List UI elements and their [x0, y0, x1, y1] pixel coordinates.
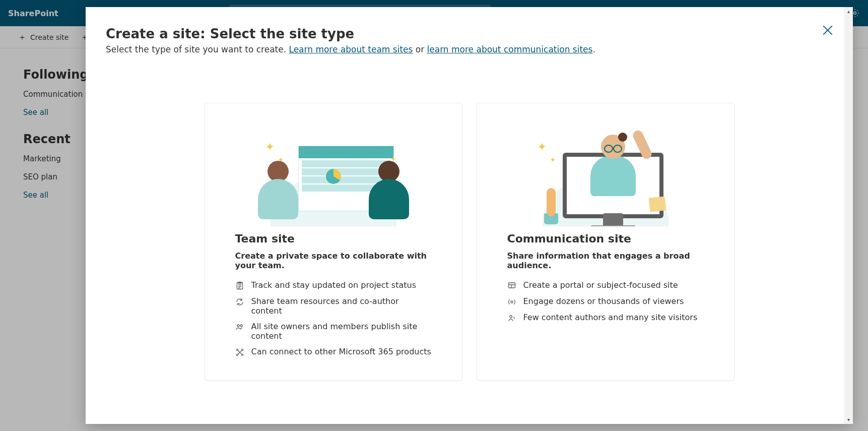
svg-point-14: [509, 316, 512, 318]
dialog-scrollbar[interactable]: ▴ ▾: [844, 7, 853, 424]
learn-communication-sites-link[interactable]: learn more about communication sites: [427, 44, 593, 54]
team-card-title: Team site: [235, 232, 432, 245]
learn-team-sites-link[interactable]: Learn more about team sites: [289, 44, 413, 54]
sync-icon: [235, 297, 244, 306]
bullet-text: Few content authors and many site visito…: [523, 313, 698, 322]
team-site-card[interactable]: ✦✦✦ Team site Create a private space to …: [205, 103, 462, 381]
communication-site-illustration: ✦✦: [477, 103, 734, 226]
author-icon: [507, 314, 516, 323]
svg-point-13: [511, 301, 513, 303]
scroll-up-icon[interactable]: ▴: [844, 7, 853, 16]
dialog-subtitle-text: or: [413, 44, 427, 54]
svg-point-10: [236, 354, 238, 355]
communication-site-card[interactable]: ✦✦ Communication site Share information …: [477, 103, 735, 381]
team-site-illustration: ✦✦✦: [205, 103, 462, 226]
svg-point-8: [236, 349, 238, 350]
svg-point-11: [241, 354, 243, 355]
svg-point-6: [237, 325, 239, 327]
team-card-tagline: Create a private space to collaborate wi…: [235, 251, 432, 270]
dialog-title: Create a site: Select the site type: [106, 26, 833, 41]
comm-card-bullet: Create a portal or subject-focused site: [507, 280, 704, 290]
comm-card-bullet: Engage dozens or thousands of viewers: [507, 296, 704, 306]
svg-point-9: [241, 349, 243, 350]
layout-icon: [507, 281, 516, 290]
connect-icon: [235, 348, 244, 357]
team-card-bullet: Track and stay updated on project status: [235, 280, 432, 290]
dialog-subtitle-text: Select the type of site you want to crea…: [106, 44, 289, 54]
team-card-bullet: Can connect to other Microsoft 365 produ…: [235, 347, 432, 357]
bullet-text: All site owners and members publish site…: [251, 322, 432, 341]
bullet-text: Engage dozens or thousands of viewers: [523, 296, 684, 306]
broadcast-icon: [507, 297, 516, 306]
svg-point-7: [240, 325, 242, 327]
svg-rect-12: [508, 283, 515, 288]
dialog-subtitle-text: .: [592, 44, 595, 54]
close-dialog-button[interactable]: [821, 23, 835, 37]
people-icon: [235, 323, 244, 332]
team-card-bullet: Share team resources and co-author conte…: [235, 296, 432, 316]
bullet-text: Track and stay updated on project status: [251, 280, 417, 290]
dialog-subtitle: Select the type of site you want to crea…: [106, 44, 833, 54]
team-card-bullet: All site owners and members publish site…: [235, 322, 432, 341]
comm-card-tagline: Share information that engages a broad a…: [507, 251, 704, 270]
bullet-text: Share team resources and co-author conte…: [251, 296, 432, 316]
scroll-down-icon[interactable]: ▾: [844, 415, 853, 424]
comm-card-bullet: Few content authors and many site visito…: [507, 313, 704, 323]
clipboard-icon: [235, 281, 244, 290]
comm-card-title: Communication site: [507, 232, 704, 245]
create-site-dialog: ▴ ▾ Create a site: Select the site type …: [86, 7, 853, 424]
bullet-text: Create a portal or subject-focused site: [523, 280, 678, 290]
bullet-text: Can connect to other Microsoft 365 produ…: [251, 347, 431, 356]
